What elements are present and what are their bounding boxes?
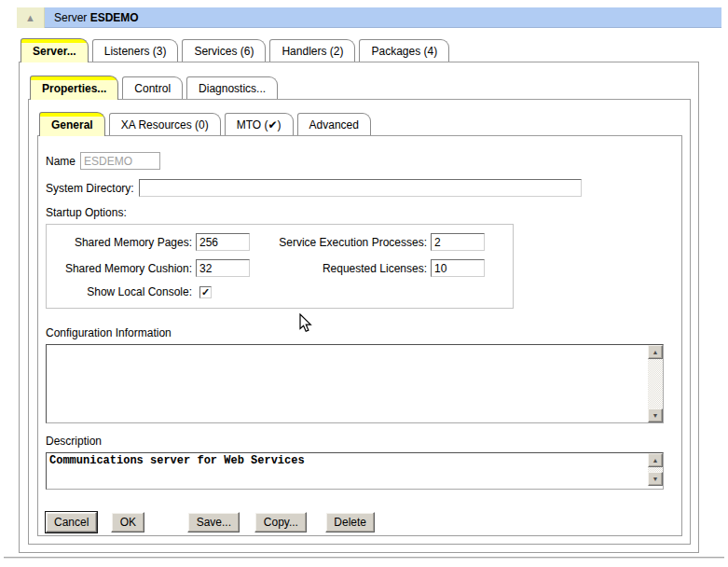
server-panel: Properties... Control Diagnostics... Gen… — [19, 62, 699, 553]
startup-row-3: Show Local Console: ✓ — [47, 285, 513, 298]
delete-button[interactable]: Delete — [325, 512, 375, 532]
shared-memory-pages-input[interactable] — [196, 233, 250, 251]
section-tab-level: Properties... Control Diagnostics... Gen… — [28, 75, 691, 545]
name-label: Name — [46, 155, 76, 168]
startup-options-label: Startup Options: — [46, 206, 681, 219]
configuration-information-label: Configuration Information — [46, 326, 681, 339]
system-directory-input[interactable] — [139, 179, 582, 197]
header-bar: ▲ Server ESDEMO — [17, 7, 721, 28]
requested-licenses-input[interactable] — [431, 259, 485, 277]
scroll-down-icon[interactable]: ▼ — [648, 472, 663, 486]
general-panel: Name System Directory: Startup Options: — [37, 135, 682, 536]
name-input — [80, 152, 160, 170]
show-local-console-checkbox[interactable]: ✓ — [199, 286, 212, 298]
server-name: ESDEMO — [90, 11, 139, 24]
service-execution-processes-label: Service Execution Processes: — [257, 236, 431, 249]
server-admin-page: ▲ Server ESDEMO Server... Listeners (3) … — [0, 0, 728, 567]
page-bottom-divider — [4, 557, 724, 559]
tab-listeners[interactable]: Listeners (3) — [92, 39, 179, 62]
description-box: Communications server for Web Services ▲… — [46, 452, 664, 490]
configuration-scrollbar[interactable]: ▲ ▼ — [648, 345, 663, 422]
scroll-up-icon[interactable]: ▲ — [648, 453, 663, 467]
configuration-information-box: ▲ ▼ — [46, 344, 664, 423]
shared-memory-pages-label: Shared Memory Pages: — [47, 236, 196, 249]
detail-tab-level: General XA Resources (0) MTO (✔) Advance… — [37, 111, 682, 536]
scroll-up-icon[interactable]: ▲ — [648, 345, 663, 359]
name-row: Name — [46, 152, 681, 170]
button-row: Cancel OK Save... Copy... Delete — [46, 512, 681, 532]
save-button[interactable]: Save... — [187, 512, 240, 532]
general-form: Name System Directory: Startup Options: — [38, 136, 681, 535]
tab-services[interactable]: Services (6) — [182, 39, 266, 62]
scroll-down-icon[interactable]: ▼ — [648, 408, 663, 422]
system-directory-row: System Directory: — [46, 179, 681, 197]
section-tabrow: Properties... Control Diagnostics... — [28, 75, 691, 99]
startup-row-2: Shared Memory Cushion: Requested License… — [47, 259, 513, 277]
detail-tabrow: General XA Resources (0) MTO (✔) Advance… — [37, 111, 682, 135]
tab-packages[interactable]: Packages (4) — [359, 39, 449, 62]
page-title: Server ESDEMO — [45, 7, 721, 28]
server-tabrow: Server... Listeners (3) Services (6) Han… — [19, 37, 699, 62]
tab-diagnostics[interactable]: Diagnostics... — [186, 76, 278, 99]
ok-button[interactable]: OK — [111, 512, 144, 532]
service-execution-processes-input[interactable] — [431, 233, 485, 251]
configuration-information-textarea[interactable] — [47, 345, 648, 422]
startup-options-group: Shared Memory Pages: Service Execution P… — [46, 224, 514, 309]
tab-control[interactable]: Control — [122, 76, 183, 99]
cancel-button[interactable]: Cancel — [46, 512, 97, 532]
tab-xa-resources[interactable]: XA Resources (0) — [109, 113, 221, 135]
requested-licenses-label: Requested Licenses: — [257, 262, 431, 275]
tab-properties[interactable]: Properties... — [30, 76, 118, 100]
shared-memory-cushion-input[interactable] — [196, 259, 250, 277]
collapse-triangle-icon[interactable]: ▲ — [17, 7, 45, 28]
tab-server[interactable]: Server... — [21, 38, 89, 62]
shared-memory-cushion-label: Shared Memory Cushion: — [47, 262, 196, 275]
tab-mto[interactable]: MTO (✔) — [225, 113, 294, 135]
scroll-track[interactable] — [648, 359, 663, 408]
tab-handlers[interactable]: Handlers (2) — [269, 39, 355, 62]
tab-general[interactable]: General — [39, 112, 105, 136]
description-scrollbar[interactable]: ▲ ▼ — [648, 453, 663, 489]
server-tab-level: Server... Listeners (3) Services (6) Han… — [19, 37, 699, 553]
startup-row-1: Shared Memory Pages: Service Execution P… — [47, 233, 513, 251]
show-local-console-label: Show Local Console: — [47, 285, 196, 298]
tab-advanced[interactable]: Advanced — [297, 113, 371, 135]
page-title-prefix: Server — [54, 11, 90, 24]
copy-button[interactable]: Copy... — [254, 512, 307, 532]
system-directory-label: System Directory: — [46, 182, 134, 195]
description-textarea[interactable]: Communications server for Web Services — [47, 453, 648, 489]
properties-panel: General XA Resources (0) MTO (✔) Advance… — [28, 99, 691, 545]
description-label: Description — [46, 435, 681, 448]
